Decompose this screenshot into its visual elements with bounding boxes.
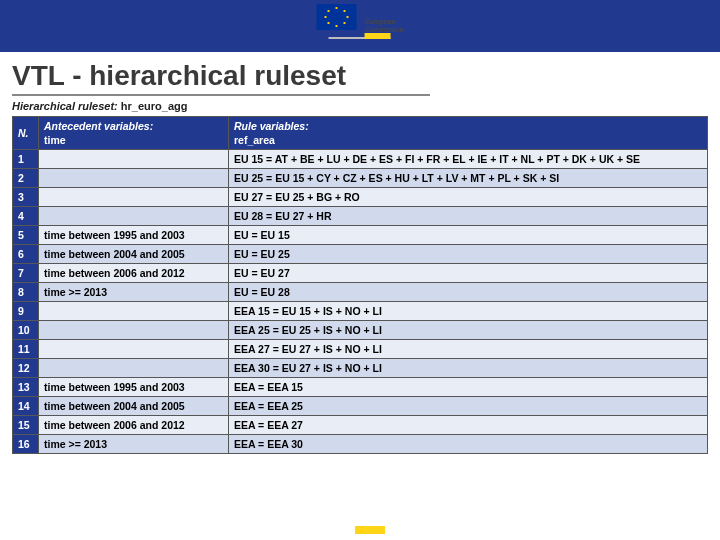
rule-cell: EEA = EEA 15 xyxy=(229,378,708,397)
row-number: 13 xyxy=(13,378,39,397)
eu-flag-icon xyxy=(317,4,357,30)
table-row: 5time between 1995 and 2003EU = EU 15 xyxy=(13,226,708,245)
antecedent-cell: time between 1995 and 2003 xyxy=(39,378,229,397)
antecedent-cell xyxy=(39,207,229,226)
rule-cell: EU = EU 25 xyxy=(229,245,708,264)
table-row: 4EU 28 = EU 27 + HR xyxy=(13,207,708,226)
page-title: VTL - hierarchical ruleset xyxy=(12,60,708,92)
row-number: 10 xyxy=(13,321,39,340)
rule-cell: EEA 25 = EU 25 + IS + NO + LI xyxy=(229,321,708,340)
antecedent-cell: time between 2006 and 2012 xyxy=(39,416,229,435)
table-row: 8time >= 2013EU = EU 28 xyxy=(13,283,708,302)
antecedent-cell xyxy=(39,169,229,188)
antecedent-cell: time between 1995 and 2003 xyxy=(39,226,229,245)
row-number: 8 xyxy=(13,283,39,302)
antecedent-cell xyxy=(39,188,229,207)
row-number: 9 xyxy=(13,302,39,321)
table-row: 15time between 2006 and 2012EEA = EEA 27 xyxy=(13,416,708,435)
rules-table: N. Antecedent variables: time Rule varia… xyxy=(12,116,708,454)
table-header-row: N. Antecedent variables: time Rule varia… xyxy=(13,117,708,150)
table-row: 6time between 2004 and 2005EU = EU 25 xyxy=(13,245,708,264)
row-number: 16 xyxy=(13,435,39,454)
rule-cell: EEA = EEA 30 xyxy=(229,435,708,454)
title-divider xyxy=(12,94,430,96)
rule-cell: EEA 27 = EU 27 + IS + NO + LI xyxy=(229,340,708,359)
row-number: 7 xyxy=(13,264,39,283)
rule-cell: EU = EU 28 xyxy=(229,283,708,302)
antecedent-cell: time >= 2013 xyxy=(39,435,229,454)
table-row: 7time between 2006 and 2012EU = EU 27 xyxy=(13,264,708,283)
rule-cell: EEA 30 = EU 27 + IS + NO + LI xyxy=(229,359,708,378)
header-rule: Rule variables: ref_area xyxy=(229,117,708,150)
antecedent-cell xyxy=(39,302,229,321)
subtitle-label: Hierarchical ruleset: xyxy=(12,100,121,112)
table-row: 1EU 15 = AT + BE + LU + DE + ES + FI + F… xyxy=(13,150,708,169)
antecedent-cell: time >= 2013 xyxy=(39,283,229,302)
table-row: 11EEA 27 = EU 27 + IS + NO + LI xyxy=(13,340,708,359)
antecedent-cell: time between 2004 and 2005 xyxy=(39,397,229,416)
table-row: 12EEA 30 = EU 27 + IS + NO + LI xyxy=(13,359,708,378)
table-row: 13time between 1995 and 2003EEA = EEA 15 xyxy=(13,378,708,397)
ec-logo-text: European Commission xyxy=(365,18,404,34)
antecedent-cell xyxy=(39,321,229,340)
footer-accent-icon xyxy=(355,526,385,534)
subtitle-value: hr_euro_agg xyxy=(121,100,188,112)
rule-cell: EU 15 = AT + BE + LU + DE + ES + FI + FR… xyxy=(229,150,708,169)
table-row: 16time >= 2013EEA = EEA 30 xyxy=(13,435,708,454)
ec-logo: European Commission xyxy=(317,4,404,39)
row-number: 3 xyxy=(13,188,39,207)
antecedent-cell: time between 2004 and 2005 xyxy=(39,245,229,264)
antecedent-cell: time between 2006 and 2012 xyxy=(39,264,229,283)
header-n: N. xyxy=(13,117,39,150)
row-number: 2 xyxy=(13,169,39,188)
table-row: 2EU 25 = EU 15 + CY + CZ + ES + HU + LT … xyxy=(13,169,708,188)
rule-cell: EU = EU 27 xyxy=(229,264,708,283)
rule-cell: EEA 15 = EU 15 + IS + NO + LI xyxy=(229,302,708,321)
row-number: 15 xyxy=(13,416,39,435)
rule-cell: EU 27 = EU 25 + BG + RO xyxy=(229,188,708,207)
table-row: 3EU 27 = EU 25 + BG + RO xyxy=(13,188,708,207)
rule-cell: EU 25 = EU 15 + CY + CZ + ES + HU + LT +… xyxy=(229,169,708,188)
row-number: 4 xyxy=(13,207,39,226)
header-antecedent: Antecedent variables: time xyxy=(39,117,229,150)
ruleset-subtitle: Hierarchical ruleset: hr_euro_agg xyxy=(12,100,708,112)
row-number: 14 xyxy=(13,397,39,416)
rule-cell: EU 28 = EU 27 + HR xyxy=(229,207,708,226)
row-number: 1 xyxy=(13,150,39,169)
rule-cell: EU = EU 15 xyxy=(229,226,708,245)
row-number: 6 xyxy=(13,245,39,264)
table-row: 10EEA 25 = EU 25 + IS + NO + LI xyxy=(13,321,708,340)
rule-cell: EEA = EEA 25 xyxy=(229,397,708,416)
antecedent-cell xyxy=(39,340,229,359)
rule-cell: EEA = EEA 27 xyxy=(229,416,708,435)
row-number: 11 xyxy=(13,340,39,359)
antecedent-cell xyxy=(39,150,229,169)
row-number: 5 xyxy=(13,226,39,245)
table-row: 14time between 2004 and 2005EEA = EEA 25 xyxy=(13,397,708,416)
antecedent-cell xyxy=(39,359,229,378)
logo-underline-icon xyxy=(329,37,391,39)
row-number: 12 xyxy=(13,359,39,378)
table-row: 9EEA 15 = EU 15 + IS + NO + LI xyxy=(13,302,708,321)
